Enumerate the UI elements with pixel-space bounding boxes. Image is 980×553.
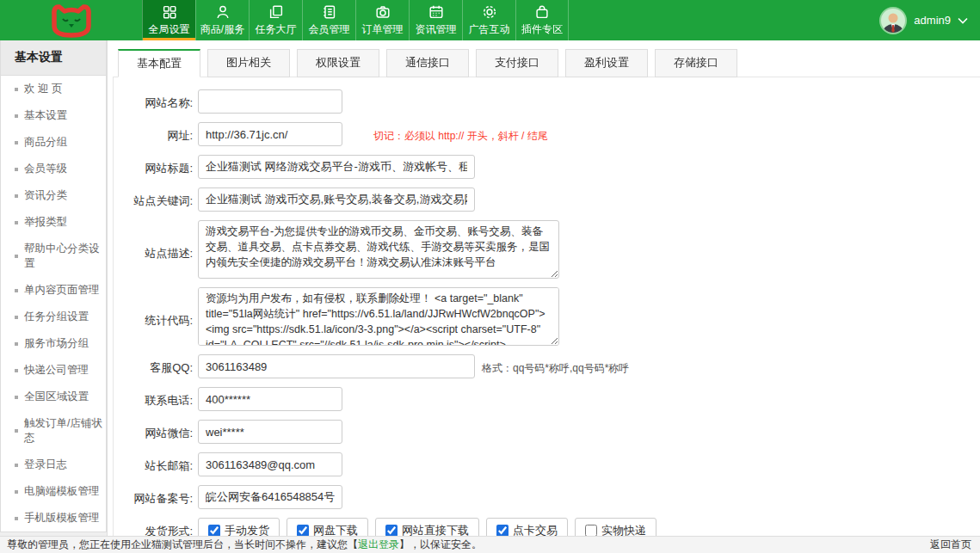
stats-code-label: 统计代码: — [114, 287, 193, 329]
form-row-site-description: 站点描述: — [114, 220, 980, 279]
site-wechat-input[interactable] — [198, 420, 342, 444]
sidebar-item-member-levels[interactable]: 会员等级 — [1, 156, 106, 182]
tab-storage-api[interactable]: 存储接口 — [655, 49, 737, 77]
user-icon — [214, 3, 231, 21]
back-home-link[interactable]: 返回首页 — [930, 538, 980, 552]
sidebar-item-single-page-mgmt[interactable]: 单内容页面管理 — [1, 277, 106, 304]
shipping-option-direct-download[interactable]: 网站直接下载 — [375, 518, 479, 536]
sidebar-title: 基本设置 — [1, 40, 106, 76]
contact-phone-label: 联系电话: — [114, 387, 193, 409]
sidebar-item-region-settings[interactable]: 全国区域设置 — [1, 384, 106, 410]
logout-link[interactable]: 退出登录 — [358, 538, 399, 550]
sidebar-item-report-types[interactable]: 举报类型 — [1, 209, 106, 236]
bag-icon — [533, 3, 551, 21]
sidebar-item-service-market-groups[interactable]: 服务市场分组 — [1, 330, 106, 357]
nav-item-member-mgmt[interactable]: 会员管理 — [302, 0, 355, 40]
sidebar-item-basic-settings[interactable]: 基本设置 — [1, 102, 106, 129]
bullet-icon — [15, 316, 18, 319]
journal-icon — [321, 3, 338, 21]
shipping-option-card[interactable]: 点卡交易 — [486, 518, 568, 536]
physical-express-checkbox[interactable] — [585, 525, 597, 536]
bullet-icon — [15, 396, 18, 399]
form-row-contact-phone: 联系电话: — [114, 387, 980, 411]
site-description-textarea[interactable] — [198, 220, 559, 279]
tab-basic-config[interactable]: 基本配置 — [118, 49, 200, 77]
sidebar-item-mobile-template-mgmt[interactable]: 手机版模板管理 — [1, 505, 106, 531]
site-name-input[interactable] — [198, 89, 342, 114]
site-wechat-label: 网站微信: — [114, 420, 193, 441]
sidebar-item-news-categories[interactable]: 资讯分类 — [1, 182, 106, 209]
sidebar-item-task-groups[interactable]: 任务分组设置 — [1, 304, 106, 330]
form-row-shipping: 发货形式: 手动发货 网盘下载 网站直接下载 — [114, 518, 980, 536]
bullet-icon — [15, 517, 18, 520]
sidebar-item-welcome[interactable]: 欢 迎 页 — [1, 76, 106, 102]
shipping-option-manual[interactable]: 手动发货 — [198, 518, 280, 536]
bullet-icon — [15, 369, 18, 372]
sidebar-item-login-log[interactable]: 登录日志 — [1, 452, 106, 478]
chevron-down-icon — [958, 17, 968, 24]
shipping-options: 手动发货 网盘下载 网站直接下载 点卡交易 — [198, 518, 656, 536]
sidebar-item-help-center-categories[interactable]: 帮助中心分类设置 — [1, 236, 106, 277]
bullet-icon — [15, 114, 18, 118]
site-url-note: 切记：必须以 http:// 开头，斜杆 / 结尾 — [373, 129, 548, 144]
service-qq-label: 客服QQ: — [114, 354, 193, 376]
service-qq-input[interactable] — [198, 354, 475, 378]
bullet-icon — [15, 141, 18, 144]
sidebar-item-trigger-order-shop-status[interactable]: 触发订单/店铺状态 — [1, 410, 106, 452]
form-row-service-qq: 客服QQ: 格式：qq号码*称呼,qq号码*称呼 — [114, 354, 980, 378]
form-row-site-keywords: 站点关键词: — [114, 187, 980, 212]
contact-phone-input[interactable] — [198, 387, 342, 411]
main-content: 基本配置 图片相关 权限设置 通信接口 支付接口 盈利设置 存储接口 网站名称:… — [107, 40, 980, 536]
footer-message: 尊敬的管理员，您正在使用企业猫测试管理后台，当长时间不操作，建议您【退出登录】，… — [0, 538, 930, 552]
site-keywords-input[interactable] — [198, 187, 475, 212]
manual-shipping-checkbox[interactable] — [208, 525, 220, 536]
user-menu[interactable]: admin9 — [879, 0, 968, 40]
nav-label: 订单管理 — [362, 22, 404, 37]
shipping-option-physical[interactable]: 实物快递 — [575, 518, 656, 536]
site-description-label: 站点描述: — [114, 220, 193, 261]
sidebar-item-pc-template-mgmt[interactable]: 电脑端模板管理 — [1, 478, 106, 505]
nav-item-news-mgmt[interactable]: 资讯管理 — [409, 0, 462, 40]
nav-item-order-mgmt[interactable]: 订单管理 — [355, 0, 409, 40]
site-title-input[interactable] — [198, 155, 475, 179]
nav-label: 广告互动 — [469, 22, 510, 37]
nav-item-goods-services[interactable]: 商品/服务 — [195, 0, 249, 40]
nav-item-plugin-zone[interactable]: 插件专区 — [515, 0, 569, 40]
sidebar-item-goods-groups[interactable]: 商品分组 — [1, 129, 106, 156]
site-logo[interactable] — [0, 0, 142, 40]
nav-item-task-hall[interactable]: 任务大厅 — [249, 0, 302, 40]
shipping-label: 发货形式: — [114, 518, 193, 536]
page-body: 基本设置 欢 迎 页 基本设置 商品分组 会员等级 资讯分类 举报类型 帮助中心… — [0, 40, 980, 536]
form-row-site-title: 网站标题: — [114, 155, 980, 179]
direct-download-checkbox[interactable] — [385, 525, 398, 536]
gear-icon — [481, 3, 498, 21]
footer-bar: 尊敬的管理员，您正在使用企业猫测试管理后台，当长时间不操作，建议您【退出登录】，… — [0, 536, 980, 553]
shipping-option-netdisk[interactable]: 网盘下载 — [287, 518, 368, 536]
form-row-site-wechat: 网站微信: — [114, 420, 980, 444]
nav-item-ad-interact[interactable]: 广告互动 — [462, 0, 515, 40]
nav-label: 商品/服务 — [200, 22, 244, 37]
bullet-icon — [15, 289, 18, 292]
nav-item-global-settings[interactable]: 全局设置 — [142, 0, 195, 40]
tab-profit-settings[interactable]: 盈利设置 — [565, 49, 648, 77]
site-url-label: 网址: — [114, 122, 193, 144]
tab-payment-api[interactable]: 支付接口 — [476, 49, 558, 77]
bullet-icon — [15, 490, 18, 494]
bullet-icon — [15, 168, 18, 171]
tab-permission-settings[interactable]: 权限设置 — [297, 49, 379, 77]
card-trade-checkbox[interactable] — [496, 525, 508, 536]
copy-icon — [268, 3, 285, 21]
site-url-input[interactable] — [198, 122, 342, 146]
bullet-icon — [15, 429, 18, 433]
admin-email-input[interactable] — [198, 452, 342, 476]
main-nav: 全局设置 商品/服务 任务大厅 会员管理 订单管理 资讯管理 — [142, 0, 569, 40]
nav-label: 会员管理 — [309, 22, 350, 37]
icp-number-input[interactable] — [198, 485, 342, 509]
stats-code-textarea[interactable] — [198, 287, 559, 346]
sidebar-item-express-company-mgmt[interactable]: 快递公司管理 — [1, 357, 106, 384]
camera-icon — [374, 3, 391, 21]
tab-communication-api[interactable]: 通信接口 — [386, 49, 469, 77]
netdisk-download-checkbox[interactable] — [297, 525, 309, 536]
tab-image-related[interactable]: 图片相关 — [207, 49, 290, 77]
nav-label: 插件专区 — [521, 22, 563, 37]
